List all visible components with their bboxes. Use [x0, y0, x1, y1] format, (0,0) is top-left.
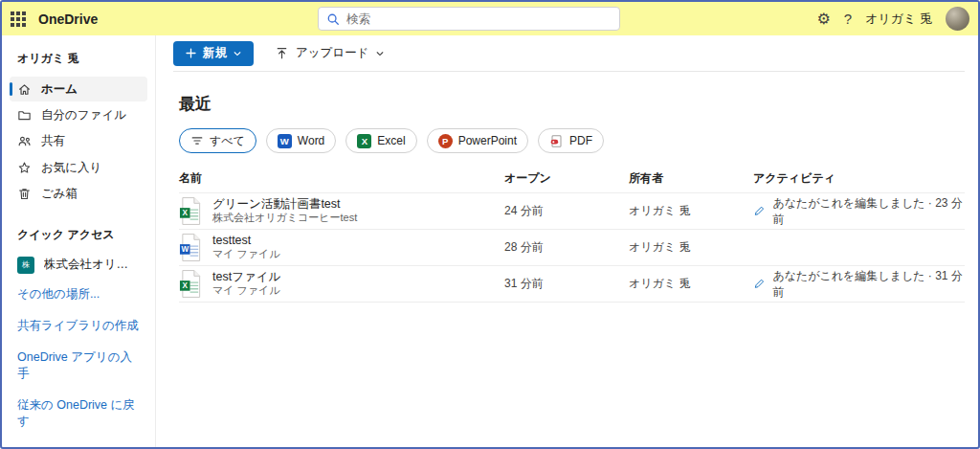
top-bar: OneDrive ⚙ ? オリガミ 兎: [2, 2, 978, 35]
pdf-icon: [549, 134, 564, 148]
table-row[interactable]: X testファイル マイ ファイル 31 分前 オリガミ 兎: [179, 266, 965, 303]
pencil-icon: [753, 205, 765, 217]
recent-heading: 最近: [179, 93, 965, 115]
people-icon: [17, 134, 32, 148]
sidebar-item-favorites[interactable]: お気に入り: [10, 155, 147, 180]
filter-pdf[interactable]: PDF: [538, 128, 604, 153]
word-icon: W: [278, 134, 292, 148]
search-icon: [326, 12, 340, 26]
table-row[interactable]: X グリーン活動計画書test 株式会社オリガミコーヒーtest 24 分前 オ…: [179, 193, 965, 230]
file-owner: オリガミ 兎: [629, 276, 753, 292]
get-onedrive-apps-link[interactable]: OneDrive アプリの入手: [10, 342, 147, 390]
word-file-icon: W: [179, 233, 203, 262]
excel-icon: X: [357, 134, 371, 148]
chevron-down-icon: [233, 49, 242, 58]
filter-pills: すべて W Word X Excel P PowerPoint: [179, 128, 965, 153]
file-location: 株式会社オリガミコーヒーtest: [212, 212, 357, 225]
file-name-block: testtest マイ ファイル: [212, 234, 280, 261]
table-row[interactable]: W testtest マイ ファイル 28 分前 オリガミ 兎: [179, 230, 965, 266]
file-activity: あなたがこれを編集しました · 31 分前: [772, 268, 965, 301]
command-bar: 新規 アップロード: [156, 35, 978, 71]
star-icon: [17, 161, 32, 175]
column-header-activity[interactable]: アクティビティ: [753, 170, 965, 187]
file-opened: 31 分前: [504, 276, 629, 292]
search-box[interactable]: [318, 7, 620, 31]
recent-section: 最近 すべて W Word X Excel: [156, 72, 978, 447]
main-area: 新規 アップロード 最近: [156, 35, 978, 447]
column-header-opened[interactable]: オープン: [504, 170, 629, 187]
home-icon: [17, 82, 32, 97]
sidebar-owner-label: オリガミ 兎: [10, 51, 147, 77]
file-opened: 28 分前: [504, 239, 629, 256]
avatar[interactable]: [946, 7, 969, 31]
return-to-classic-link[interactable]: 従来の OneDrive に戻す: [10, 390, 147, 438]
file-name-cell: X グリーン活動計画書test 株式会社オリガミコーヒーtest: [179, 196, 504, 226]
search-input[interactable]: [346, 12, 612, 26]
file-owner: オリガミ 兎: [629, 239, 753, 256]
quick-access-title: クイック アクセス: [10, 208, 147, 253]
trash-icon: [17, 187, 32, 201]
chevron-down-icon: [375, 49, 385, 58]
plus-icon: [185, 47, 197, 59]
svg-text:W: W: [181, 245, 189, 254]
folder-icon: [17, 108, 32, 123]
file-name-cell: W testtest マイ ファイル: [179, 233, 504, 262]
sidebar-item-label: ホーム: [41, 81, 78, 98]
recent-files-table: 名前 オープン 所有者 アクティビティ: [179, 165, 965, 303]
new-button-label: 新規: [203, 45, 227, 61]
file-name: testtest: [212, 234, 280, 249]
app-title: OneDrive: [38, 11, 98, 27]
help-icon[interactable]: ?: [844, 11, 852, 27]
powerpoint-icon: P: [438, 134, 453, 148]
file-opened: 24 分前: [504, 203, 629, 219]
user-name: オリガミ 兎: [865, 11, 932, 28]
app-body: オリガミ 兎 ホーム 自分のファイル 共有: [2, 35, 978, 447]
file-activity-cell: あなたがこれを編集しました · 31 分前: [753, 268, 965, 301]
upload-icon: [275, 46, 289, 60]
sidebar-item-org-library[interactable]: 株 株式会社オリガミコーヒ…: [10, 253, 147, 278]
svg-text:X: X: [183, 209, 189, 217]
file-location: マイ ファイル: [212, 248, 280, 261]
sidebar-item-home[interactable]: ホーム: [10, 77, 147, 101]
app-launcher-icon[interactable]: [2, 2, 34, 35]
sidebar-item-recycle-bin[interactable]: ごみ箱: [10, 181, 147, 206]
new-button[interactable]: 新規: [173, 41, 254, 66]
file-activity-cell: あなたがこれを編集しました · 23 分前: [753, 195, 965, 228]
upload-button-label: アップロード: [296, 45, 368, 61]
create-shared-library-link[interactable]: 共有ライブラリの作成: [10, 310, 147, 342]
filter-label: PDF: [569, 134, 592, 147]
upload-button[interactable]: アップロード: [267, 41, 392, 66]
top-bar-actions: ⚙ ? オリガミ 兎: [816, 7, 978, 31]
settings-gear-icon[interactable]: ⚙: [816, 11, 830, 27]
file-name-block: testファイル マイ ファイル: [212, 270, 280, 298]
org-library-badge: 株: [17, 257, 34, 274]
filter-label: Excel: [377, 134, 405, 147]
table-header-row: 名前 オープン 所有者 アクティビティ: [179, 165, 965, 193]
filter-icon: [190, 134, 204, 147]
sidebar-item-shared[interactable]: 共有: [10, 129, 147, 154]
file-activity: あなたがこれを編集しました · 23 分前: [772, 195, 965, 228]
waffle-grid: [11, 11, 26, 27]
filter-label: Word: [298, 134, 324, 147]
sidebar-item-label: お気に入り: [41, 160, 101, 176]
sidebar-item-label: ごみ箱: [41, 186, 78, 202]
sidebar-item-label: 共有: [41, 133, 65, 149]
file-name-cell: X testファイル マイ ファイル: [179, 269, 504, 299]
sidebar-item-label: 株式会社オリガミコーヒ…: [44, 257, 140, 273]
pencil-icon: [753, 278, 765, 290]
filter-label: PowerPoint: [458, 134, 517, 147]
filter-excel[interactable]: X Excel: [345, 128, 416, 153]
svg-text:X: X: [183, 281, 189, 290]
sidebar-item-label: 自分のファイル: [41, 107, 126, 123]
filter-powerpoint[interactable]: P PowerPoint: [427, 128, 528, 153]
onedrive-window: OneDrive ⚙ ? オリガミ 兎 オリガミ 兎 ホーム: [0, 0, 980, 449]
sidebar-item-my-files[interactable]: 自分のファイル: [10, 102, 147, 127]
filter-all[interactable]: すべて: [179, 128, 256, 153]
excel-file-icon: X: [179, 269, 203, 299]
file-name-block: グリーン活動計画書test 株式会社オリガミコーヒーtest: [212, 197, 357, 225]
column-header-name[interactable]: 名前: [179, 170, 504, 187]
filter-word[interactable]: W Word: [266, 128, 336, 153]
file-name: グリーン活動計画書test: [212, 197, 357, 213]
more-places-link[interactable]: その他の場所...: [10, 279, 147, 310]
column-header-owner[interactable]: 所有者: [629, 170, 753, 187]
